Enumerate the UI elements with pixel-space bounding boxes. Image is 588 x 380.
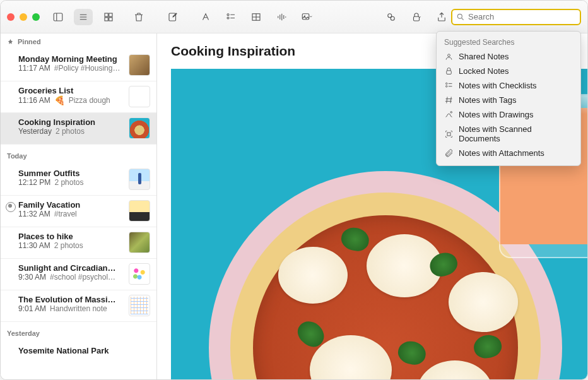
suggested-searches-dropdown: Suggested Searches Shared Notes Locked N… (436, 31, 581, 166)
svg-line-36 (447, 97, 447, 104)
toggle-sidebar-button[interactable] (49, 9, 68, 25)
new-note-button[interactable] (163, 9, 182, 25)
search-icon (456, 13, 465, 21)
suggestion-label: Shared Notes (459, 52, 509, 61)
yesterday-section-header: Yesterday (1, 322, 156, 341)
note-title: Monday Morning Meeting (18, 54, 124, 64)
svg-rect-7 (105, 17, 108, 20)
checklist-button[interactable] (221, 9, 240, 25)
suggestion-label: Notes with Scanned Documents (459, 124, 573, 143)
note-title: Summer Outfits (18, 169, 124, 178)
note-item-sunlight-circadian[interactable]: Sunlight and Circadian… 9:30 AM#school #… (1, 259, 156, 290)
note-item-groceries[interactable]: Groceries List 11:16 AM🍕Pizza dough (1, 81, 156, 113)
suggestion-label: Locked Notes (459, 66, 509, 76)
suggestion-tags[interactable]: Notes with Tags (437, 93, 580, 107)
suggestion-attachments[interactable]: Notes with Attachments (437, 146, 580, 160)
suggestion-checklists[interactable]: Notes with Checklists (437, 78, 580, 93)
svg-rect-5 (105, 13, 108, 16)
today-section-header: Today (1, 145, 156, 164)
note-time: Yesterday (18, 127, 52, 136)
section-label: Today (7, 152, 27, 160)
note-title: Family Vacation (18, 200, 124, 210)
format-button[interactable] (196, 9, 215, 25)
note-preview: #Policy #Housing… (54, 64, 121, 73)
note-thumbnail (129, 169, 150, 190)
notes-list-sidebar: Pinned Monday Morning Meeting 11:17 AM#P… (1, 33, 157, 379)
note-time: 9:01 AM (18, 304, 46, 313)
note-item-monday-meeting[interactable]: Monday Morning Meeting 11:17 AM#Policy #… (1, 50, 156, 81)
note-item-summer-outfits[interactable]: Summer Outfits 12:12 PM2 photos (1, 164, 156, 196)
svg-rect-27 (414, 16, 420, 21)
suggestion-drawings[interactable]: Notes with Drawings (437, 107, 580, 122)
delete-note-button[interactable] (129, 9, 148, 25)
note-thumbnail (129, 232, 150, 253)
suggestion-label: Notes with Drawings (459, 110, 534, 119)
note-preview: 2 photos (54, 241, 83, 250)
list-view-button[interactable] (74, 9, 93, 25)
note-thumbnail (129, 263, 150, 285)
note-title: Sunlight and Circadian… (18, 263, 124, 273)
svg-rect-6 (109, 13, 112, 16)
svg-point-32 (446, 83, 448, 85)
note-title: The Evolution of Massi… (18, 295, 124, 304)
note-thumbnail (129, 86, 150, 107)
svg-point-34 (446, 86, 448, 88)
suggestion-shared-notes[interactable]: Shared Notes (437, 49, 580, 64)
share-button[interactable] (432, 9, 451, 25)
pinned-section-header: Pinned (1, 33, 156, 50)
note-item-family-vacation[interactable]: Family Vacation 11:32 AM#travel (1, 196, 156, 227)
search-field[interactable] (451, 9, 581, 25)
link-button[interactable] (382, 9, 401, 25)
zoom-window-button[interactable] (32, 13, 40, 21)
svg-point-28 (457, 14, 462, 18)
suggestion-label: Notes with Tags (459, 95, 517, 105)
pin-icon (7, 39, 14, 45)
svg-rect-8 (109, 17, 112, 20)
note-thumbnail (129, 200, 150, 222)
svg-rect-22 (302, 13, 309, 19)
note-item-evolution[interactable]: The Evolution of Massi… 9:01 AMHandwritt… (1, 290, 156, 322)
note-item-yosemite[interactable]: Yosemite National Park (1, 341, 156, 360)
suggestion-locked-notes[interactable]: Locked Notes (437, 64, 580, 78)
note-time: 9:30 AM (18, 273, 46, 282)
section-label: Pinned (18, 38, 41, 45)
note-thumbnail (129, 54, 150, 76)
close-window-button[interactable] (7, 13, 15, 21)
suggestion-label: Notes with Attachments (459, 148, 544, 158)
note-item-places-to-hike[interactable]: Places to hike 11:30 AM2 photos (1, 227, 156, 259)
note-preview: 2 photos (54, 178, 83, 187)
audio-button[interactable] (272, 9, 291, 25)
svg-point-30 (448, 54, 450, 57)
pizza-icon: 🍕 (54, 95, 65, 105)
minimize-window-button[interactable] (20, 13, 27, 21)
suggestion-scanned[interactable]: Notes with Scanned Documents (437, 122, 580, 146)
titlebar (1, 1, 587, 33)
note-preview: #travel (54, 210, 77, 218)
table-button[interactable] (247, 9, 266, 25)
svg-line-29 (462, 18, 464, 20)
note-title: Cooking Inspiration (18, 117, 124, 127)
section-label: Yesterday (7, 330, 40, 337)
svg-rect-41 (447, 133, 450, 136)
lock-menu-button[interactable] (407, 9, 426, 25)
note-time: 11:30 AM (18, 241, 50, 250)
gallery-view-button[interactable] (99, 9, 118, 25)
note-preview: #school #psychol… (50, 273, 115, 282)
note-thumbnail (129, 295, 150, 316)
note-preview: Pizza dough (69, 96, 110, 105)
suggestion-label: Notes with Checklists (459, 81, 537, 90)
svg-line-37 (450, 97, 451, 104)
note-time: 11:32 AM (18, 210, 50, 218)
search-input[interactable] (468, 12, 576, 21)
svg-rect-31 (447, 71, 452, 74)
note-preview: 2 photos (56, 127, 85, 136)
note-preview: Handwritten note (50, 304, 107, 313)
media-menu-button[interactable] (297, 9, 316, 25)
svg-line-26 (391, 16, 392, 17)
note-item-cooking-inspiration[interactable]: Cooking Inspiration Yesterday2 photos (1, 113, 156, 145)
svg-rect-0 (54, 13, 62, 21)
window-controls (7, 13, 40, 21)
svg-point-12 (227, 17, 229, 19)
notes-window: Suggested Searches Shared Notes Locked N… (0, 0, 588, 380)
note-time: 11:17 AM (18, 64, 50, 73)
